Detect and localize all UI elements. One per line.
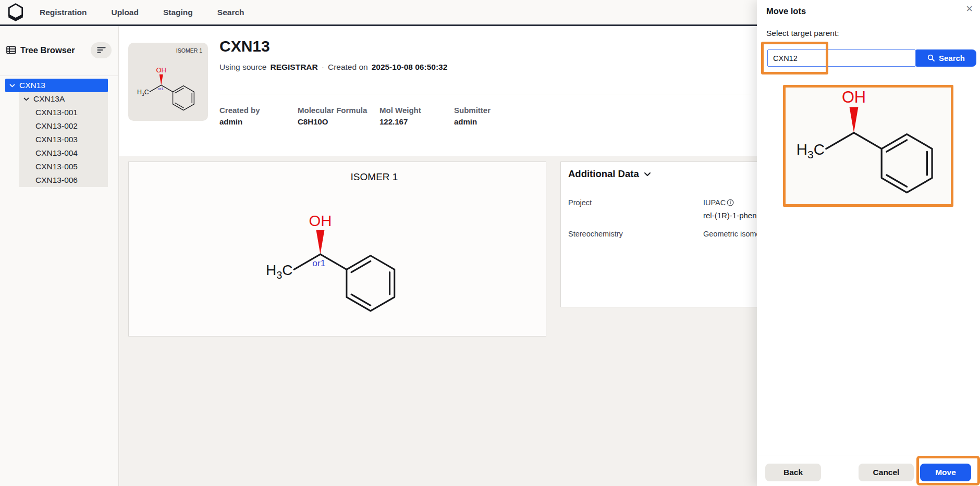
chevron-down-icon [644,172,651,177]
detail-label: Mol Weight [379,106,454,115]
back-button[interactable]: Back [765,464,821,481]
tree-node-label: CXN13-006 [35,176,78,185]
tree-node-label: CXN13-004 [35,148,78,158]
target-parent-search-input[interactable] [767,49,916,67]
detail-created-by: Created by admin [219,106,298,126]
additional-data-header[interactable]: Additional Data [568,168,651,180]
structure-card: ISOMER 1 [128,161,546,337]
tree-node-lot[interactable]: CXN13-001 [19,106,108,119]
header-divider [219,94,751,94]
sort-icon [97,46,106,54]
tree-node-cxn13[interactable]: CXN13 [5,79,108,92]
detail-submitter: Submitter admin [454,106,532,126]
compound-details: Created by admin Molecular Formula C8H10… [219,106,532,126]
search-button-label: Search [939,54,965,63]
chevron-down-icon [9,84,15,88]
tree-node-label: CXN13-003 [35,135,78,144]
thumbnail-structure [133,65,201,117]
tree-node-cxn13a[interactable]: CXN13A [19,92,108,106]
field-label-stereochemistry: Stereochemistry [568,230,703,238]
tree-node-lot[interactable]: CXN13-006 [19,173,108,187]
detail-molecular-formula: Molecular Formula C8H10O [298,106,379,126]
detail-value: admin [454,117,532,126]
tree-browser-sidebar: Tree Browser CXN13 [0,26,119,486]
main-content: ISOMER 1 CXN13 Using source REGISTRAR · … [119,26,757,486]
nav-item-search[interactable]: Search [217,8,244,17]
tree-node-label: CXN13-001 [35,108,78,117]
cancel-button[interactable]: Cancel [859,464,914,481]
compound-header: ISOMER 1 CXN13 Using source REGISTRAR · … [119,26,757,156]
tree-node-label: CXN13-002 [35,121,78,131]
sidebar-divider [0,76,119,76]
tree-node-label: CXN13 [19,81,45,90]
tree-browser-title: Tree Browser [20,45,91,55]
tree-browser-icon [6,46,16,54]
iupac-label: IUPAC [703,198,726,207]
info-icon[interactable] [727,199,734,206]
nav-item-registration[interactable]: Registration [40,8,87,17]
move-lots-dialog: Move lots × Select target parent: Search… [757,0,980,486]
annotation-box-structure [783,85,953,207]
compound-thumbnail[interactable]: ISOMER 1 [128,43,208,121]
chevron-down-icon [23,97,29,101]
compound-tree: CXN13 CXN13A CXN13-001 CXN13-002 CXN13-0… [0,79,119,187]
detail-value: admin [219,117,298,126]
thumbnail-isomer-label: ISOMER 1 [176,47,202,54]
detail-value: 122.167 [379,117,454,126]
structure-card-title: ISOMER 1 [129,171,546,183]
search-button[interactable]: Search [916,49,976,67]
detail-label: Submitter [454,106,532,115]
search-icon [927,54,935,62]
tree-node-lot[interactable]: CXN13-003 [19,133,108,146]
detail-mol-weight: Mol Weight 122.167 [379,106,454,126]
compound-id-title: CXN13 [219,38,270,55]
nav-item-staging[interactable]: Staging [163,8,193,17]
additional-data-title: Additional Data [568,168,639,180]
tree-node-label: CXN13-005 [35,162,78,171]
detail-label: Molecular Formula [298,106,379,115]
detail-label: Created by [219,106,298,115]
tree-browser-header: Tree Browser [0,41,119,59]
main-structure [258,208,410,326]
close-icon[interactable]: × [966,3,973,15]
source-value: REGISTRAR [270,63,317,72]
tree-node-lot[interactable]: CXN13-002 [19,119,108,133]
nav-menu: Registration Upload Staging Search [40,8,244,17]
created-on-label: Created on [328,63,368,72]
tree-sort-button[interactable] [91,42,112,58]
select-target-parent-label: Select target parent: [766,29,839,38]
app-logo-icon[interactable] [7,3,25,22]
created-on-value: 2025-10-08 06:50:32 [372,63,448,72]
dot-separator: · [322,63,324,72]
move-button[interactable]: Move [920,464,971,481]
detail-value: C8H10O [298,117,379,126]
field-label-project: Project [568,198,703,220]
tree-node-lot[interactable]: CXN13-005 [19,160,108,173]
dialog-footer-divider [757,455,980,455]
dialog-structure-preview [788,84,949,208]
using-source-label: Using source [219,63,266,72]
tree-subtree: CXN13A CXN13-001 CXN13-002 CXN13-003 CXN… [19,92,108,187]
nav-item-upload[interactable]: Upload [111,8,139,17]
dialog-title: Move lots [766,6,806,16]
tree-node-label: CXN13A [33,94,65,104]
tree-node-lot[interactable]: CXN13-004 [19,146,108,160]
compound-subline: Using source REGISTRAR · Created on 2025… [219,63,447,72]
app-root: Registration Upload Staging Search Tree … [0,0,980,486]
